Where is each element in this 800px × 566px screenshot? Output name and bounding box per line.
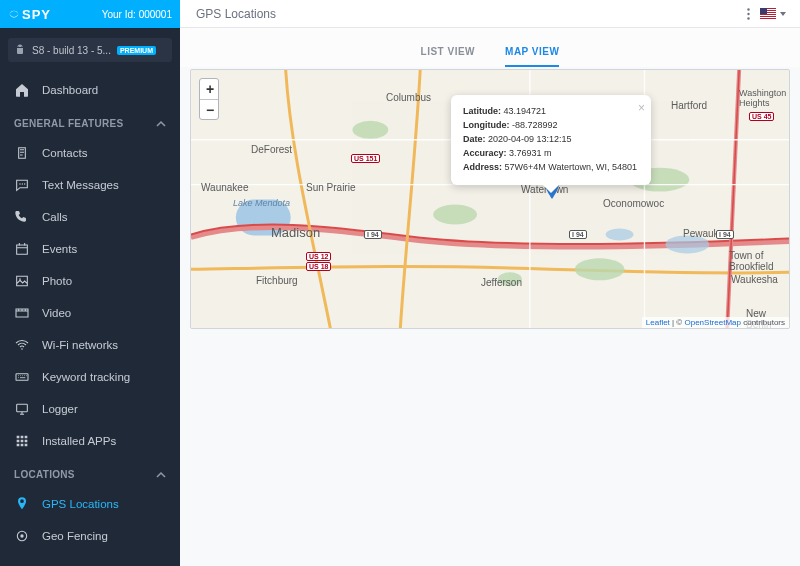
more-options-icon[interactable] [747, 8, 750, 20]
home-icon [14, 82, 30, 98]
sidebar-item-geo-fencing[interactable]: Geo Fencing [0, 520, 180, 552]
user-id: Your Id: 000001 [102, 9, 172, 20]
sidebar-item-contacts[interactable]: Contacts [0, 137, 180, 169]
monitor-icon [14, 401, 30, 417]
language-selector[interactable] [760, 8, 786, 19]
leaflet-link[interactable]: Leaflet [646, 318, 670, 327]
svg-point-4 [24, 183, 25, 184]
sidebar-section-locations[interactable]: LOCATIONS [0, 457, 180, 488]
sidebar-item-label: Geo Fencing [42, 530, 108, 542]
sidebar-item-label: GPS Locations [42, 498, 119, 510]
tab-list-view[interactable]: LIST VIEW [421, 42, 476, 67]
chat-icon [14, 177, 30, 193]
svg-rect-18 [760, 15, 776, 16]
calendar-icon [14, 241, 30, 257]
us-flag-icon [760, 8, 776, 19]
sidebar-item-dashboard[interactable]: Dashboard [0, 74, 180, 106]
sidebar-item-logger[interactable]: Logger [0, 393, 180, 425]
svg-point-13 [747, 17, 749, 19]
tab-map-view[interactable]: MAP VIEW [505, 42, 559, 67]
brand-logo: SPY [8, 7, 51, 22]
map-zoom-control: + − [199, 78, 219, 120]
wifi-icon [14, 337, 30, 353]
svg-point-27 [498, 272, 522, 286]
svg-point-5 [19, 278, 21, 280]
sidebar-item-calls[interactable]: Calls [0, 201, 180, 233]
sidebar-nav: Dashboard GENERAL FEATURES Contacts Text… [0, 74, 180, 566]
svg-point-29 [606, 228, 634, 240]
device-selector[interactable]: S8 - build 13 - 5... PREMIUM [8, 38, 172, 62]
svg-rect-19 [760, 17, 776, 18]
sidebar: SPY Your Id: 000001 S8 - build 13 - 5...… [0, 0, 180, 566]
brand-text: SPY [22, 7, 51, 22]
svg-point-12 [747, 12, 749, 14]
view-tabs: LIST VIEW MAP VIEW [180, 28, 800, 67]
svg-point-2 [19, 183, 20, 184]
topbar-actions [747, 8, 786, 20]
sidebar-item-wifi[interactable]: Wi-Fi networks [0, 329, 180, 361]
keyboard-icon [14, 369, 30, 385]
svg-rect-20 [760, 8, 767, 14]
film-icon [14, 305, 30, 321]
sidebar-item-label: Text Messages [42, 179, 119, 191]
sidebar-item-photo[interactable]: Photo [0, 265, 180, 297]
svg-point-1 [21, 46, 22, 47]
sidebar-item-keyword-tracking[interactable]: Keyword tracking [0, 361, 180, 393]
svg-point-10 [20, 534, 23, 537]
clipboard-icon [14, 145, 30, 161]
map-attribution: Leaflet | © OpenStreetMap contributors [642, 317, 789, 328]
image-icon [14, 273, 30, 289]
pin-icon [14, 496, 30, 512]
sidebar-item-label: Dashboard [42, 84, 98, 96]
sidebar-item-label: Events [42, 243, 77, 255]
logo-icon [8, 8, 20, 20]
sidebar-item-label: Installed APPs [42, 435, 116, 447]
sidebar-item-label: Wi-Fi networks [42, 339, 118, 351]
svg-rect-8 [17, 404, 28, 411]
sidebar-item-gps-locations[interactable]: GPS Locations [0, 488, 180, 520]
sidebar-item-events[interactable]: Events [0, 233, 180, 265]
svg-rect-7 [16, 374, 28, 381]
sidebar-item-label: Keyword tracking [42, 371, 130, 383]
osm-link[interactable]: OpenStreetMap [684, 318, 740, 327]
map-container[interactable]: Madison Fitchburg Waunakee DeForest Sun … [190, 69, 790, 329]
svg-point-0 [18, 46, 19, 47]
sidebar-item-label: Photo [42, 275, 72, 287]
zoom-out-button[interactable]: − [200, 99, 219, 119]
topbar: GPS Locations [180, 0, 800, 28]
zoom-in-button[interactable]: + [200, 79, 219, 99]
sidebar-item-installed-apps[interactable]: Installed APPs [0, 425, 180, 457]
sidebar-item-video[interactable]: Video [0, 297, 180, 329]
svg-point-26 [575, 258, 625, 280]
svg-point-24 [433, 205, 477, 225]
chevron-up-icon [156, 470, 166, 480]
svg-point-11 [747, 8, 749, 10]
svg-point-3 [22, 183, 23, 184]
svg-point-23 [352, 121, 388, 139]
location-popup: × Latitude: 43.194721 Longitude: -88.728… [451, 95, 651, 185]
svg-point-30 [665, 235, 709, 253]
chevron-up-icon [156, 119, 166, 129]
app-root: SPY Your Id: 000001 S8 - build 13 - 5...… [0, 0, 800, 566]
sidebar-section-general[interactable]: GENERAL FEATURES [0, 106, 180, 137]
android-icon [14, 44, 26, 56]
sidebar-header: SPY Your Id: 000001 [0, 0, 180, 28]
premium-badge: PREMIUM [117, 46, 156, 55]
main: GPS Locations LIST VIEW MAP VIEW [180, 0, 800, 566]
sidebar-item-label: Calls [42, 211, 68, 223]
sidebar-item-label: Logger [42, 403, 78, 415]
sidebar-item-text-messages[interactable]: Text Messages [0, 169, 180, 201]
apps-icon [14, 433, 30, 449]
device-name: S8 - build 13 - 5... [32, 45, 111, 56]
popup-close-icon[interactable]: × [638, 99, 645, 118]
phone-icon [14, 209, 30, 225]
svg-point-6 [21, 348, 23, 350]
chevron-down-icon [780, 12, 786, 16]
target-icon [14, 528, 30, 544]
sidebar-item-label: Video [42, 307, 71, 319]
page-title: GPS Locations [196, 7, 276, 21]
sidebar-item-label: Contacts [42, 147, 87, 159]
